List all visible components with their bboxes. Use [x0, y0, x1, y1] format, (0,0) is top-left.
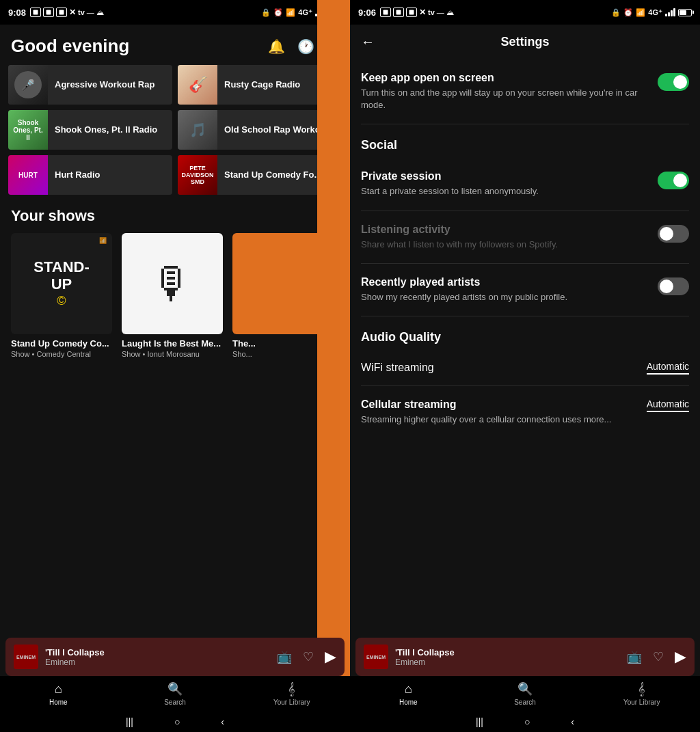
- library-icon-right: 𝄞: [638, 682, 645, 696]
- keep-open-toggle[interactable]: [658, 73, 689, 91]
- greeting-text: Good evening: [11, 36, 129, 57]
- partial-show-bg: THEGR...: [232, 233, 334, 334]
- keep-open-desc: Turn this on and the app will stay up on…: [361, 87, 647, 111]
- show-card-standup[interactable]: 📶 STAND-UP © Stand Up Comedy Co... Show …: [11, 233, 112, 358]
- np-controls-right: 📺 ♡ ▶: [627, 648, 686, 666]
- private-session-title: Private session: [361, 170, 647, 182]
- wifi-streaming-value: Automatic: [647, 361, 689, 375]
- search-label-left: Search: [164, 699, 186, 706]
- recently-played-text: Recently played artists Show my recently…: [361, 276, 647, 303]
- show-card-partial[interactable]: THEGR... The... Sho...: [232, 233, 334, 358]
- device-icon-left[interactable]: 📺: [277, 649, 292, 664]
- standup-show-meta: Show • Comedy Central: [11, 350, 112, 358]
- home-btn-right[interactable]: ○: [524, 716, 530, 727]
- battery-right: [678, 9, 692, 16]
- lte-r-text: 4G⁺: [648, 8, 662, 17]
- rusty-label: Rusty Cage Radio: [217, 79, 307, 91]
- lock-r-icon: 🔒: [611, 8, 621, 17]
- status-bar-left: 9:08 ✕ tv — ⛰ 🔒 ⏰ 📶 4G⁺: [0, 0, 350, 25]
- search-icon-right: 🔍: [517, 681, 533, 696]
- heart-icon-right[interactable]: ♡: [653, 649, 664, 664]
- recents-btn-left[interactable]: |||: [126, 716, 133, 727]
- now-playing-bar-left[interactable]: EMINEM 'Till I Collapse Eminem 📺 ♡ ▶: [5, 638, 345, 676]
- grid-card-aggressive[interactable]: 🎤 Agressive Workout Rap: [8, 65, 172, 105]
- back-button[interactable]: ←: [361, 34, 375, 50]
- grid-card-shook[interactable]: Shook Ones, Pt. II Shook Ones, Pt. II Ra…: [8, 110, 172, 150]
- eminem-art-left: EMINEM: [14, 645, 38, 669]
- library-label-left: Your Library: [273, 699, 310, 706]
- notification-icon[interactable]: 🔔: [268, 38, 285, 55]
- grid-section: 🎤 Agressive Workout Rap 🎸 Rusty Cage Rad…: [0, 65, 350, 195]
- np-title-left: 'Till I Collapse: [45, 647, 277, 658]
- instagram2-icon: [43, 8, 54, 17]
- nav-search-left[interactable]: 🔍 Search: [117, 681, 234, 706]
- shook-art: Shook Ones, Pt. II: [8, 110, 48, 150]
- hurt-label: Hurt Radio: [48, 170, 107, 181]
- r-bar4: [673, 8, 675, 16]
- antenna-icon: 📶: [99, 237, 107, 244]
- standup-show-name: Stand Up Comedy Co...: [11, 338, 112, 349]
- private-session-toggle[interactable]: [658, 172, 689, 189]
- lock-icon: 🔒: [261, 8, 271, 17]
- show-card-laught[interactable]: 🎙 Laught Is the Best Me... Show • Ionut …: [122, 233, 223, 358]
- setting-recently-played: Recently played artists Show my recently…: [361, 264, 689, 316]
- keep-open-knob: [673, 75, 687, 89]
- laught-show-bg: 🎙: [122, 233, 223, 334]
- standup-show-art: 📶 STAND-UP ©: [11, 233, 112, 334]
- home-label-right: Home: [399, 699, 418, 706]
- insta-r2: [393, 8, 404, 17]
- aggressive-label: Agressive Workout Rap: [48, 79, 161, 91]
- home-btn-left[interactable]: ○: [174, 716, 180, 727]
- cellular-row[interactable]: Cellular streaming Streaming higher qual…: [361, 398, 689, 426]
- private-session-text: Private session Start a private session …: [361, 170, 647, 198]
- recently-played-knob: [660, 280, 673, 293]
- np-controls-left: 📺 ♡ ▶: [277, 648, 336, 666]
- history-icon[interactable]: 🕐: [297, 38, 314, 55]
- play-icon-left[interactable]: ▶: [325, 648, 336, 666]
- recently-played-desc: Show my recently played artists on my pu…: [361, 291, 647, 303]
- album-art-left: EMINEM: [14, 645, 38, 669]
- play-icon-right[interactable]: ▶: [675, 648, 686, 666]
- audio-section-label: Audio Quality: [361, 316, 689, 350]
- back-btn-left[interactable]: ‹: [221, 716, 224, 727]
- heart-icon-left[interactable]: ♡: [303, 649, 314, 664]
- wifi-r-icon: 📶: [636, 8, 645, 17]
- private-session-knob: [673, 174, 687, 187]
- instagram3-icon: [56, 8, 67, 17]
- hurt-art: HURT: [8, 155, 48, 195]
- status-bar-right: 9:06 ✕ tv — ⛰ 🔒 ⏰ 📶 4G⁺: [350, 0, 700, 25]
- listening-activity-toggle[interactable]: [658, 225, 689, 243]
- listening-activity-text: Listening activity Share what I listen t…: [361, 223, 647, 251]
- battery-fill-right: [679, 10, 686, 15]
- np-info-right: 'Till I Collapse Eminem: [395, 647, 627, 667]
- grid-card-hurt[interactable]: HURT Hurt Radio: [8, 155, 172, 195]
- device-icon-right[interactable]: 📺: [627, 649, 642, 664]
- r-bar2: [668, 12, 670, 16]
- nav-library-right[interactable]: 𝄞 Your Library: [583, 682, 700, 706]
- home-label-left: Home: [49, 699, 68, 706]
- nav-search-right[interactable]: 🔍 Search: [467, 681, 584, 706]
- nav-home-right[interactable]: ⌂ Home: [350, 682, 467, 706]
- twitter-icon: ✕: [69, 8, 76, 17]
- listening-activity-knob: [660, 227, 673, 241]
- laught-show-name: Laught Is the Best Me...: [122, 338, 223, 349]
- now-playing-bar-right[interactable]: EMINEM 'Till I Collapse Eminem 📺 ♡ ▶: [355, 638, 695, 676]
- wifi-streaming-row[interactable]: WiFi streaming Automatic: [361, 350, 689, 386]
- album-art-right: EMINEM: [364, 645, 388, 669]
- wifi-icon: 📶: [286, 8, 295, 17]
- nav-library-left[interactable]: 𝄞 Your Library: [233, 682, 350, 706]
- standup-label: Stand Up Comedy Fo...: [217, 170, 328, 181]
- standup-big-text: STAND-UP: [33, 259, 89, 292]
- recents-btn-right[interactable]: |||: [476, 716, 483, 727]
- standup-show-bg: 📶 STAND-UP ©: [11, 233, 112, 334]
- system-buttons-right: ||| ○ ‹: [350, 711, 700, 732]
- home-header: Good evening 🔔 🕐 ⚙: [0, 25, 350, 65]
- back-btn-right[interactable]: ‹: [571, 716, 574, 727]
- nav-home-left[interactable]: ⌂ Home: [0, 682, 117, 706]
- oldschool-art: 🎵: [178, 110, 217, 150]
- recently-played-toggle[interactable]: [658, 277, 689, 295]
- home-icon-right: ⌂: [405, 682, 412, 696]
- gallery-icon: ⛰: [96, 8, 104, 16]
- r-bar3: [671, 10, 673, 16]
- partial-show-art: THEGR...: [232, 233, 334, 334]
